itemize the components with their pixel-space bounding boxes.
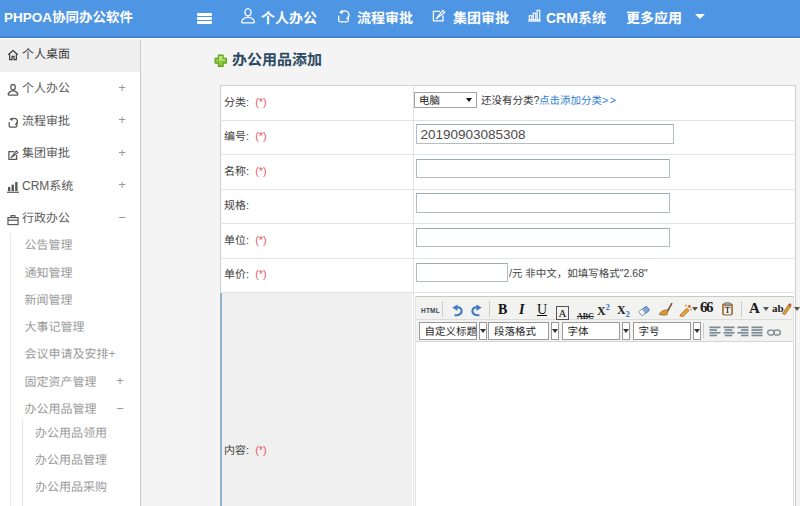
svg-text:T: T bbox=[725, 306, 730, 315]
